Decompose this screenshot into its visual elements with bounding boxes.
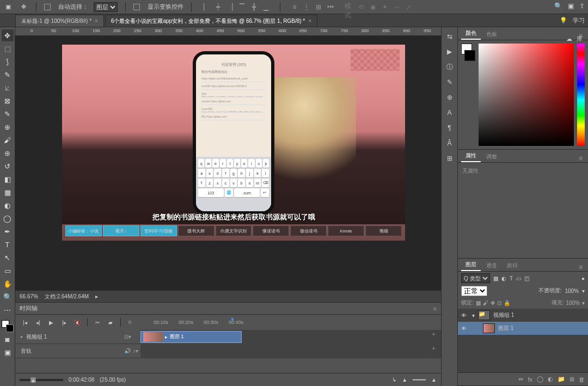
3d-icon[interactable]: ⊞: [445, 154, 455, 163]
lock-paint-icon[interactable]: 🖌: [483, 300, 488, 306]
blur-tool[interactable]: ◐: [2, 199, 14, 211]
shape-tool[interactable]: ▭: [2, 265, 14, 277]
hand-tool[interactable]: ✋: [2, 278, 14, 290]
align-left-icon[interactable]: ▏: [201, 3, 210, 11]
doc-tab-2[interactable]: 6个最全看小说的宝藏app安利，全部免费，不看后悔 @ 66.7% (图层 1,…: [105, 15, 317, 27]
layer-group-row[interactable]: 👁 ▾ 📁 视频组 1: [458, 309, 588, 322]
split-button[interactable]: ✂: [92, 317, 103, 327]
more-icon[interactable]: •••: [326, 3, 335, 11]
visibility-icon[interactable]: 👁: [461, 313, 469, 318]
chevron-right-icon[interactable]: ▸: [21, 334, 23, 339]
tab-adjustments[interactable]: 调整: [482, 151, 501, 162]
brush-settings-icon[interactable]: ✎: [445, 77, 455, 87]
marquee-tool[interactable]: ⬚: [2, 42, 14, 54]
panel-menu-icon[interactable]: ≡: [577, 155, 585, 162]
fx-icon[interactable]: fx: [528, 376, 532, 383]
auto-select-dropdown[interactable]: 图层: [94, 2, 118, 12]
ps-home-icon[interactable]: ▣: [3, 2, 13, 12]
status-arrow-icon[interactable]: ▸: [95, 293, 98, 299]
tab-color[interactable]: 颜色: [461, 28, 481, 40]
video-clip[interactable]: ▸图层 1: [140, 331, 242, 343]
align-vcenter-icon[interactable]: ╋: [249, 3, 258, 11]
show-transform-checkbox[interactable]: [133, 4, 140, 10]
character-icon[interactable]: A: [445, 108, 455, 118]
filter-toggle[interactable]: ●: [581, 275, 585, 281]
stamp-tool[interactable]: ⊛: [2, 147, 14, 159]
filter-adj-icon[interactable]: ◐: [501, 275, 506, 281]
color-field[interactable]: [479, 44, 574, 146]
glyphs-icon[interactable]: Ā: [445, 138, 455, 148]
close-icon[interactable]: ×: [308, 18, 311, 24]
blend-mode-select[interactable]: 正常: [461, 286, 487, 296]
adjustment-icon[interactable]: ◐: [548, 376, 553, 383]
align-right-icon[interactable]: ▕: [225, 3, 234, 11]
type-tool[interactable]: T: [2, 238, 14, 250]
zoom-level[interactable]: 66.67%: [20, 293, 38, 299]
edit-toolbar[interactable]: ⋯: [2, 304, 14, 316]
lock-nest-icon[interactable]: ⊡: [497, 300, 501, 306]
dodge-tool[interactable]: ◯: [2, 212, 14, 224]
play-button[interactable]: ▶: [46, 317, 57, 327]
note-icon[interactable]: ♪▾: [133, 348, 138, 354]
align-top-icon[interactable]: ▔: [237, 3, 246, 11]
link-icon[interactable]: ⇔: [518, 376, 523, 383]
move-tool[interactable]: ✥: [2, 29, 14, 41]
eyedropper-tool[interactable]: ✎: [2, 108, 14, 120]
current-time[interactable]: 0:00:42:08: [69, 377, 94, 383]
group-icon[interactable]: 📁: [558, 376, 565, 383]
audio-track[interactable]: 音轨 🔊♪▾ ＋: [15, 344, 441, 358]
pen-tool[interactable]: ✒: [2, 225, 14, 237]
add-media-button[interactable]: ＋: [431, 330, 437, 338]
fill-value[interactable]: 100%: [566, 300, 580, 306]
quickmask-tool[interactable]: ◙: [2, 333, 14, 345]
tab-properties[interactable]: 属性: [461, 150, 481, 162]
render-button[interactable]: ↳: [392, 377, 396, 383]
move-tool-icon[interactable]: ✥: [19, 2, 28, 12]
library-icon[interactable]: ☁: [566, 35, 572, 42]
fps-label[interactable]: (25.00 fps): [100, 377, 126, 383]
video-group-track[interactable]: ▸视频组 1 ⊟▾ ▸图层 1＋: [15, 330, 441, 344]
first-frame-button[interactable]: |◂: [20, 317, 30, 327]
heal-tool[interactable]: ⊕: [2, 121, 14, 133]
trash-icon[interactable]: 🗑: [579, 376, 585, 383]
visibility-icon[interactable]: 👁: [461, 326, 469, 332]
bg-swatch[interactable]: [464, 50, 475, 61]
info-icon[interactable]: ⓘ: [445, 62, 455, 72]
audio-icon[interactable]: 🔊: [124, 348, 131, 354]
share-icon[interactable]: ⇪: [579, 2, 585, 10]
history-icon[interactable]: ▶: [445, 47, 455, 57]
workspace-icon[interactable]: ▣: [568, 2, 574, 10]
align-hcenter-icon[interactable]: ┿: [213, 3, 222, 11]
new-layer-icon[interactable]: ⊞: [569, 376, 574, 383]
filter-pixel-icon[interactable]: ▩: [493, 275, 498, 281]
mountain-small-icon[interactable]: ▲: [402, 377, 407, 383]
close-icon[interactable]: ×: [95, 18, 98, 24]
quick-select-tool[interactable]: ✎: [2, 69, 14, 81]
filter-type-icon[interactable]: T: [510, 275, 513, 281]
paragraph-icon[interactable]: ¶: [445, 123, 455, 133]
doc-tab-1[interactable]: 未标题-1 @ 100%(RGB/8#) *×: [15, 15, 104, 27]
hue-slider[interactable]: [577, 44, 585, 146]
document-canvas[interactable]: 书源管理 (265) 我的书源网络地址 https://gitee.com/fa…: [62, 45, 405, 241]
prev-frame-button[interactable]: ◂|: [33, 317, 44, 327]
zoom-slider[interactable]: ▲: [20, 379, 63, 381]
filter-smart-icon[interactable]: ◫: [524, 275, 529, 281]
panel-menu-icon[interactable]: ≡: [433, 305, 437, 312]
ruler-horizontal[interactable]: 0501001502002503003504004505005506006507…: [15, 27, 441, 36]
screenmode-tool[interactable]: ▣: [2, 346, 14, 358]
brushes-icon[interactable]: ⇆: [445, 32, 455, 41]
panel-menu-icon[interactable]: ≡: [577, 264, 585, 271]
path-tool[interactable]: ↖: [2, 252, 14, 264]
mountain-big-icon[interactable]: ▲: [431, 377, 437, 383]
transition-button[interactable]: ▰: [105, 317, 116, 327]
filter-shape-icon[interactable]: ▭: [516, 275, 521, 281]
gradient-tool[interactable]: ▦: [2, 186, 14, 198]
add-audio-button[interactable]: ＋: [431, 344, 437, 352]
clone-icon[interactable]: ⊕: [445, 93, 455, 102]
history-brush-tool[interactable]: ↺: [2, 160, 14, 172]
tab-layers[interactable]: 图层: [461, 259, 481, 271]
search-icon[interactable]: 🔍: [554, 2, 562, 10]
track-menu-icon[interactable]: ⊟▾: [124, 334, 131, 340]
eraser-tool[interactable]: ◧: [2, 173, 14, 185]
next-frame-button[interactable]: |▸: [59, 317, 70, 327]
